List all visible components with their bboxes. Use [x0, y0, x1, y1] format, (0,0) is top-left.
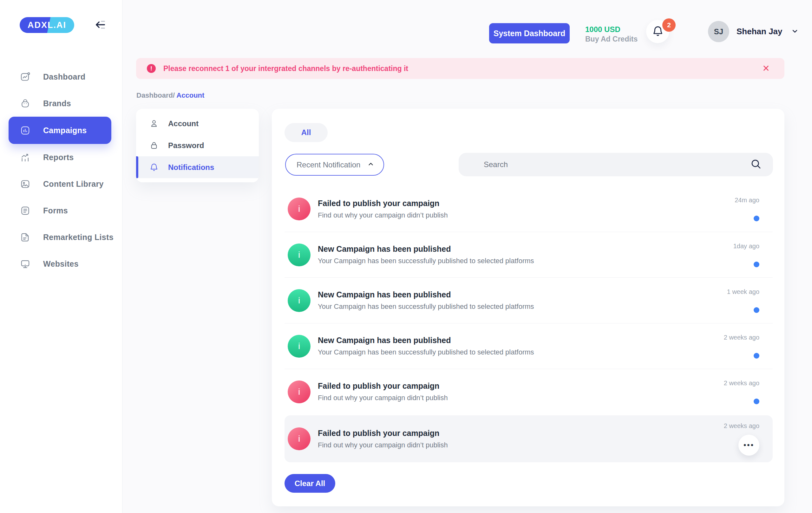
user-menu[interactable]: Shehan Jay: [736, 21, 799, 42]
dropdown-label: Recent Notification: [296, 160, 360, 169]
unread-dot: [754, 262, 759, 267]
settings-card: Account Password Notifications: [136, 109, 259, 182]
info-letter: i: [298, 387, 300, 396]
sidebar-nav: Dashboard Brands Campaigns Reports Conte…: [0, 63, 122, 277]
notification-timestamp: 2 weeks ago: [724, 334, 759, 341]
notification-status-icon: i: [288, 198, 311, 220]
notification-row[interactable]: i Failed to publish your campaign Find o…: [285, 186, 773, 232]
sidebar-item-dashboard[interactable]: Dashboard: [0, 63, 122, 90]
sidebar-item-websites[interactable]: Websites: [0, 250, 122, 277]
breadcrumb-dashboard[interactable]: Dashboard/: [136, 91, 175, 99]
notification-timestamp: 2 weeks ago: [724, 422, 759, 430]
campaigns-icon: [20, 125, 30, 136]
system-dashboard-button[interactable]: System Dashboard: [489, 23, 570, 43]
sidebar-item-brands[interactable]: Brands: [0, 90, 122, 117]
settings-item-label: Notifications: [168, 163, 214, 172]
breadcrumb: Dashboard/ Account: [136, 91, 204, 99]
chevron-up-icon: [367, 160, 375, 169]
notification-status-icon: i: [288, 289, 311, 312]
notification-title: New Campaign has been published: [318, 244, 534, 254]
unread-dot: [754, 307, 759, 313]
settings-item-account[interactable]: Account: [136, 113, 259, 134]
notification-timestamp: 24m ago: [734, 197, 759, 204]
breadcrumb-account: Account: [176, 91, 204, 99]
sidebar-item-forms[interactable]: Forms: [0, 197, 122, 224]
notification-title: New Campaign has been published: [318, 290, 534, 299]
notification-timestamp: 1day ago: [733, 243, 759, 250]
sidebar-item-reports[interactable]: Reports: [0, 144, 122, 171]
sidebar-item-label: Forms: [43, 206, 68, 215]
sidebar-item-label: Content Library: [43, 179, 104, 189]
sidebar-item-label: Websites: [43, 259, 79, 269]
notification-row[interactable]: i Failed to publish your campaign Find o…: [285, 369, 773, 414]
search-bar: [459, 153, 773, 176]
sidebar-item-label: Remarketing Lists: [43, 233, 114, 242]
notification-title: Failed to publish your campaign: [318, 429, 448, 438]
info-letter: i: [298, 205, 300, 213]
adxl-logo[interactable]: ADXL.AI: [20, 17, 74, 33]
notification-status-icon: i: [288, 427, 311, 450]
notification-row[interactable]: i New Campaign has been published Your C…: [285, 232, 773, 277]
more-options-button[interactable]: •••: [738, 435, 759, 456]
notifications-panel: All Recent Notification i Failed to publ…: [272, 109, 784, 506]
notification-status-icon: i: [288, 243, 311, 266]
filter-all-chip[interactable]: All: [285, 123, 328, 142]
sidebar-item-campaigns[interactable]: Campaigns: [8, 117, 111, 144]
alert-message: Please reconnect 1 of your intergrated c…: [163, 64, 408, 73]
more-dots-icon: •••: [744, 441, 754, 449]
notification-status-icon: i: [288, 381, 311, 403]
sidebar-item-remarketing-lists[interactable]: Remarketing Lists: [0, 224, 122, 250]
notification-row[interactable]: i New Campaign has been published Your C…: [285, 323, 773, 369]
notification-list: i Failed to publish your campaign Find o…: [285, 186, 773, 462]
notification-subtitle: Find out why your campaign didn’t publis…: [318, 441, 448, 449]
notification-row[interactable]: i New Campaign has been published Your C…: [285, 277, 773, 323]
page: ADXL.AI Dashboard Brands Campaigns Repor…: [0, 0, 812, 513]
sidebar-item-label: Reports: [43, 153, 74, 162]
sidebar-item-label: Brands: [43, 99, 71, 108]
notification-subtitle: Find out why your campaign didn’t publis…: [318, 211, 448, 219]
notification-timestamp: 2 weeks ago: [724, 380, 759, 387]
alert-close-button[interactable]: [760, 62, 772, 75]
notification-subtitle: Find out why your campaign didn’t publis…: [318, 394, 448, 402]
active-indicator: [136, 156, 138, 178]
recent-notification-dropdown[interactable]: Recent Notification: [285, 154, 384, 176]
error-exclamation-icon: !: [147, 64, 156, 73]
notification-row[interactable]: i Failed to publish your campaign Find o…: [285, 415, 773, 462]
close-icon: [762, 68, 770, 73]
content-library-icon: [20, 179, 30, 189]
sidebar-item-label: Campaigns: [43, 126, 87, 135]
brands-icon: [20, 98, 30, 109]
avatar[interactable]: SJ: [708, 21, 729, 42]
websites-icon: [20, 259, 30, 269]
buy-ad-credits-label[interactable]: Buy Ad Credits: [585, 34, 638, 44]
search-button[interactable]: [750, 158, 762, 171]
account-icon: [149, 119, 158, 128]
notifications-icon: [149, 163, 158, 172]
sidebar: ADXL.AI Dashboard Brands Campaigns Repor…: [0, 0, 122, 513]
notification-title: New Campaign has been published: [318, 336, 534, 345]
user-name: Shehan Jay: [736, 27, 783, 36]
unread-dot: [754, 398, 759, 404]
logo-text: ADXL.AI: [28, 20, 66, 30]
notification-count-badge: 2: [662, 19, 676, 32]
collapse-arrow-icon: [94, 27, 107, 32]
credits-amount: 1000 USD: [585, 25, 638, 34]
logo-row: ADXL.AI: [0, 0, 122, 33]
settings-item-password[interactable]: Password: [136, 134, 259, 156]
password-icon: [149, 141, 158, 150]
settings-item-label: Account: [168, 119, 199, 128]
clear-all-button[interactable]: Clear All: [285, 474, 335, 493]
dashboard-icon: [20, 72, 30, 82]
notification-subtitle: Your Campaign has been successfully publ…: [318, 348, 534, 356]
collapse-sidebar-button[interactable]: [93, 18, 108, 32]
search-input[interactable]: [484, 160, 750, 169]
info-letter: i: [298, 342, 300, 351]
settings-item-notifications[interactable]: Notifications: [136, 156, 259, 178]
notification-subtitle: Your Campaign has been successfully publ…: [318, 257, 534, 265]
settings-nav: Account Password Notifications: [136, 113, 259, 178]
alert-banner: ! Please reconnect 1 of your intergrated…: [136, 58, 784, 79]
ad-credits[interactable]: 1000 USD Buy Ad Credits: [585, 25, 638, 44]
notification-title: Failed to publish your campaign: [318, 382, 448, 391]
sidebar-item-content-library[interactable]: Content Library: [0, 171, 122, 197]
notification-subtitle: Your Campaign has been successfully publ…: [318, 302, 534, 311]
